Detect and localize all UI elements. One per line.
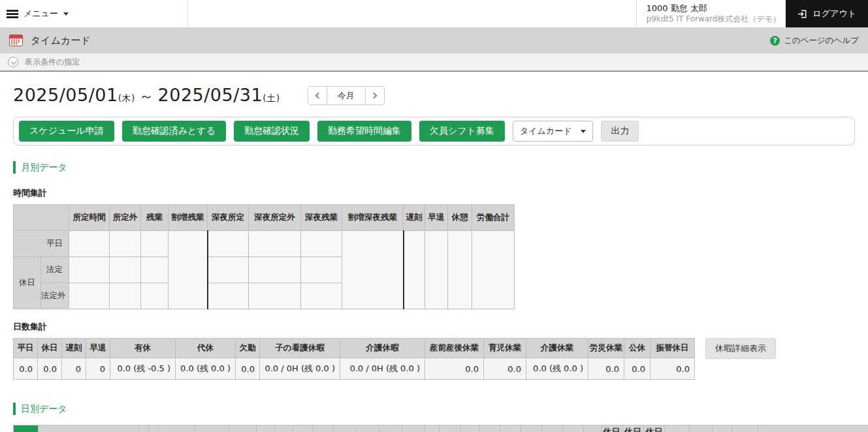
prev-month-button[interactable]	[308, 87, 327, 104]
help-label: このページのヘルプ	[784, 35, 859, 46]
cell	[141, 231, 169, 257]
col-header	[149, 425, 159, 432]
topbar-divider	[187, 0, 188, 27]
period-row: 2025/05/01(木)～2025/05/31(土) 今月	[13, 85, 855, 106]
col-header	[440, 425, 461, 432]
period-start-date: 2025/05/01	[13, 85, 118, 105]
value-cell: 0.0	[588, 358, 624, 380]
value-cell: 0.0 (残 -0.5 )	[110, 358, 176, 380]
cell	[110, 257, 141, 283]
caret-down-icon	[63, 12, 69, 16]
row-label-nonlegal: 法定外	[41, 283, 69, 309]
value-cell: 0.0	[38, 358, 62, 380]
value-cell: 0.0 / 0H (残 0.0 )	[340, 358, 425, 380]
next-month-button[interactable]	[365, 87, 384, 104]
col-header: 労災休業	[588, 339, 624, 358]
cell-merged	[404, 231, 425, 309]
calendar-icon	[9, 34, 23, 47]
weekday-row: 平日	[14, 231, 515, 257]
cell-merged	[425, 231, 448, 309]
logout-icon	[797, 9, 807, 19]
time-summary-heading: 時間集計	[13, 187, 855, 199]
col-header: 早退	[86, 339, 110, 358]
col-header: 有休	[110, 339, 176, 358]
col-header: 深夜残業	[301, 205, 342, 231]
user-info: 1000 勤怠 太郎 p9kdt5 IT Forward株式会社（デモ）	[647, 3, 780, 24]
attendance-confirm-button[interactable]: 勤怠確認済みとする	[122, 121, 226, 142]
schedule-request-button[interactable]: スケジュール申請	[19, 121, 114, 142]
vacancy-shift-recruit-button[interactable]: 欠員シフト募集	[419, 121, 505, 142]
col-header: 振替休日	[651, 339, 695, 358]
period-end-dow: (土)	[263, 93, 280, 103]
col-header: 公休	[624, 339, 651, 358]
col-header: 子の看護休暇	[260, 339, 340, 358]
help-icon: ?	[770, 36, 780, 46]
value-cell: 0.0	[425, 358, 484, 380]
time-summary-header-row: 所定時間 所定外 残業 割増残業 深夜所定 深夜所定外 深夜残業 割増深夜残業 …	[14, 205, 515, 231]
menu-label: メニュー	[24, 8, 58, 20]
col-header: 休日	[602, 425, 622, 432]
col-header: 休日	[563, 425, 584, 432]
this-month-button[interactable]: 今月	[327, 87, 365, 104]
col-header	[39, 425, 139, 432]
col-header: 遅刻	[404, 205, 425, 231]
col-header	[402, 425, 425, 432]
chevron-right-icon	[370, 93, 377, 99]
cell	[249, 257, 301, 283]
chevron-down-circle-icon[interactable]	[8, 57, 18, 67]
col-header: 深夜	[500, 425, 521, 432]
col-header: 産前産後休業	[425, 339, 484, 358]
col-header	[257, 425, 275, 432]
section-accent-bar	[13, 161, 16, 174]
day-summary-header-row: 平日 休日 遅刻 早退 有休 代休 欠勤 子の看護休暇 介護休暇 産前産後休業 …	[14, 339, 695, 358]
logout-button[interactable]: ログアウト	[786, 0, 868, 27]
col-header: 深夜所定外	[249, 205, 301, 231]
cell-merged	[342, 231, 404, 309]
value-cell: 0.0	[484, 358, 526, 380]
col-header: 休憩	[313, 425, 334, 432]
col-header: 労働合計	[472, 205, 515, 231]
col-header: 介護休暇	[340, 339, 425, 358]
topbar-divider	[636, 0, 637, 27]
display-condition-bar[interactable]: 表示条件の指定	[0, 54, 868, 72]
col-header	[357, 425, 379, 432]
col-header: 平日	[14, 339, 38, 358]
col-header: 割増残業	[169, 205, 208, 231]
col-header: 休日	[622, 425, 644, 432]
cell	[249, 231, 301, 257]
cell-merged	[448, 231, 472, 309]
attendance-confirm-status-button[interactable]: 勤怠確認状況	[234, 121, 310, 142]
col-header: 代休	[176, 339, 236, 358]
daily-header-row: 編集 時間帯 勤務日 休憩 休憩 深夜 深夜 深夜 休日 休日 休日 休日	[14, 425, 868, 432]
cell	[301, 231, 342, 257]
work-hope-time-edit-button[interactable]: 勤務希望時間編集	[317, 121, 411, 142]
value-cell: 0	[86, 358, 110, 380]
daily-data-title: 日別データ	[21, 403, 67, 415]
page-help-link[interactable]: ? このページのヘルプ	[770, 35, 859, 46]
day-summary-heading: 日数集計	[13, 321, 855, 333]
hamburger-icon	[7, 10, 18, 18]
day-summary-value-row: 0.0 0.0 0 0 0.0 (残 -0.5 ) 0.0 (残 0.0 ) 0…	[14, 358, 695, 380]
value-cell: 0.0	[651, 358, 695, 380]
display-condition-label: 表示条件の指定	[25, 57, 80, 68]
daily-data-section-title: 日別データ	[13, 403, 855, 415]
col-header: 遅刻	[62, 339, 86, 358]
time-summary-table: 所定時間 所定外 残業 割増残業 深夜所定 深夜所定外 深夜残業 割増深夜残業 …	[13, 204, 515, 309]
value-cell: 0.0 (残 0.0 )	[526, 358, 588, 380]
daily-table-clip: 編集 時間帯 勤務日 休憩 休憩 深夜 深夜 深夜 休日 休日 休日 休日	[13, 425, 868, 432]
export-type-select[interactable]: タイムカード	[513, 121, 594, 142]
cell	[141, 283, 169, 309]
col-header	[758, 425, 868, 432]
cell	[208, 231, 249, 257]
cell	[69, 231, 110, 257]
top-bar: メニュー 1000 勤怠 太郎 p9kdt5 IT Forward株式会社（デモ…	[0, 0, 868, 27]
col-header	[690, 425, 713, 432]
col-header	[275, 425, 293, 432]
export-button[interactable]: 出力	[601, 121, 639, 142]
export-type-value: タイムカード	[520, 125, 572, 137]
col-header	[379, 425, 402, 432]
vacation-detail-button[interactable]: 休暇詳細表示	[705, 338, 776, 359]
menu-button[interactable]: メニュー	[7, 0, 69, 27]
monthly-data-title: 月別データ	[21, 162, 67, 174]
col-header: 介護休業	[526, 339, 588, 358]
